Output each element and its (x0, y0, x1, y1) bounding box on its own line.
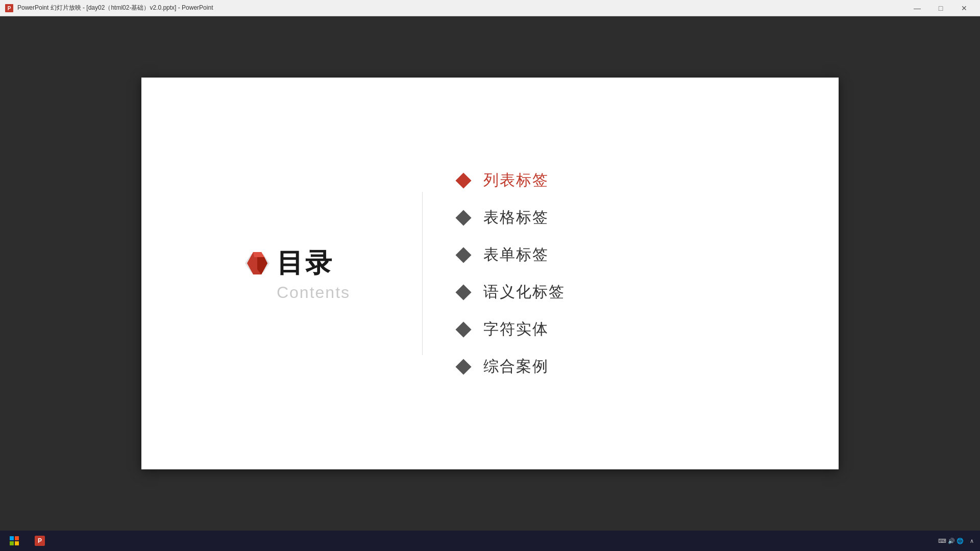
diamond-icon-4 (455, 284, 471, 300)
diamond-icon-1 (455, 172, 471, 188)
app-icon: P (4, 3, 14, 13)
title-main: 目录 (244, 245, 334, 281)
menu-item-2: 表格标签 (458, 199, 839, 236)
slide-title-area: 目录 Contents (141, 78, 422, 469)
svg-rect-7 (15, 536, 19, 540)
diamond-icon-2 (455, 210, 471, 226)
taskbar-time: ∧ (970, 538, 974, 544)
slide-title-en: Contents (277, 283, 350, 302)
menu-item-1: 列表标签 (458, 162, 839, 199)
menu-text-5: 字符实体 (483, 319, 549, 340)
menu-text-4: 语义化标签 (483, 282, 565, 303)
window-title: PowerPoint 幻灯片放映 - [day02（html02-基础）v2.0… (17, 4, 905, 12)
menu-text-3: 表单标签 (483, 244, 549, 265)
menu-text-1: 列表标签 (483, 170, 549, 191)
slide-menu: 列表标签 表格标签 表单标签 语义化标签 字符实体 综合案例 (437, 78, 839, 469)
taskbar-system-tray: ⌨ 🔊 🌐 ∧ (938, 538, 978, 544)
slide-container: 目录 Contents 列表标签 表格标签 表单标签 语 (0, 16, 980, 531)
svg-text:P: P (38, 537, 42, 544)
menu-text-2: 表格标签 (483, 207, 549, 228)
vertical-divider (422, 192, 423, 355)
svg-rect-8 (10, 541, 14, 545)
slide: 目录 Contents 列表标签 表格标签 表单标签 语 (141, 78, 839, 469)
window-controls: — □ ✕ (905, 0, 976, 16)
system-tray-icons: ⌨ 🔊 🌐 (938, 538, 964, 544)
maximize-button[interactable]: □ (929, 0, 952, 16)
diamond-icon-5 (455, 321, 471, 337)
taskbar: P ⌨ 🔊 🌐 ∧ (0, 531, 980, 551)
minimize-button[interactable]: — (905, 0, 929, 16)
close-button[interactable]: ✕ (952, 0, 976, 16)
cube-icon (244, 250, 271, 277)
taskbar-ppt-icon[interactable]: P (28, 531, 52, 551)
svg-text:P: P (8, 6, 11, 11)
menu-text-6: 综合案例 (483, 356, 549, 377)
svg-marker-4 (253, 252, 264, 257)
diamond-icon-6 (455, 359, 471, 374)
title-bar: P PowerPoint 幻灯片放映 - [day02（html02-基础）v2… (0, 0, 980, 16)
menu-item-3: 表单标签 (458, 236, 839, 273)
slide-title-zh: 目录 (277, 245, 334, 281)
diamond-icon-3 (455, 247, 471, 263)
title-section: 目录 Contents (244, 245, 350, 302)
menu-item-5: 字符实体 (458, 311, 839, 348)
menu-item-6: 综合案例 (458, 348, 839, 385)
windows-start-button[interactable] (2, 531, 27, 551)
menu-item-4: 语义化标签 (458, 273, 839, 311)
svg-rect-6 (10, 536, 14, 540)
svg-rect-9 (15, 541, 19, 545)
